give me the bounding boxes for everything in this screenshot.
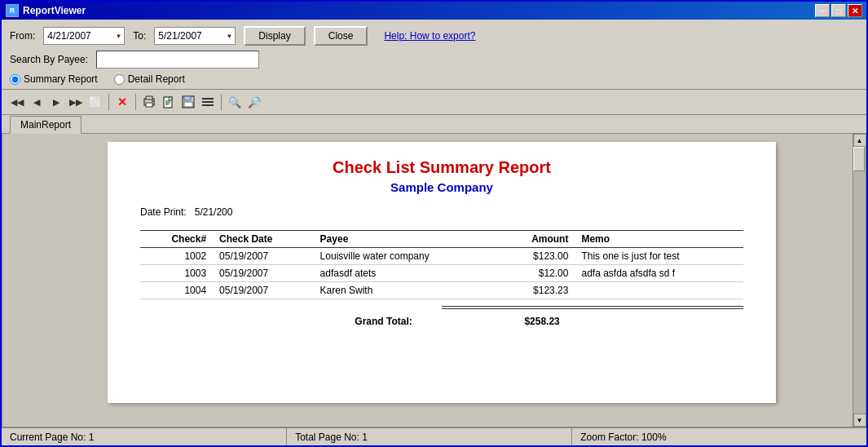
col-check-num: Check# bbox=[140, 231, 213, 248]
close-button[interactable]: Close bbox=[314, 26, 368, 46]
col-memo: Memo bbox=[575, 231, 743, 248]
export-button[interactable] bbox=[160, 93, 178, 111]
to-label: To: bbox=[133, 30, 146, 42]
scroll-track[interactable] bbox=[853, 147, 866, 414]
svg-rect-2 bbox=[146, 103, 152, 107]
first-page-button[interactable]: ◀◀ bbox=[8, 93, 26, 111]
nav-separator-3 bbox=[221, 94, 222, 110]
detail-radio-text: Detail Report bbox=[128, 73, 185, 85]
summary-radio-text: Summary Report bbox=[24, 73, 98, 85]
detail-radio[interactable] bbox=[114, 74, 125, 85]
search-row: Search By Payee: bbox=[10, 51, 858, 69]
page-content: Check List Summary Report Sample Company… bbox=[108, 142, 776, 403]
search-input[interactable] bbox=[96, 51, 259, 69]
options-icon bbox=[201, 95, 214, 108]
to-date-wrapper: 5/21/2007 bbox=[154, 27, 236, 45]
report-title: Check List Summary Report bbox=[140, 158, 743, 177]
main-window: R ReportViewer ─ □ ✕ From: 4/21/2007 To:… bbox=[0, 0, 868, 447]
cell-amount: $123.23 bbox=[499, 282, 575, 299]
search-button[interactable]: 🔎 bbox=[245, 93, 263, 111]
title-bar-left: R ReportViewer bbox=[6, 4, 86, 17]
grand-total-value: $258.23 bbox=[442, 316, 560, 327]
total-page-status: Total Page No: 1 bbox=[287, 428, 572, 445]
maximize-button[interactable]: □ bbox=[831, 4, 846, 17]
left-margin bbox=[2, 134, 31, 427]
cell-memo bbox=[575, 282, 743, 299]
double-line-top bbox=[140, 306, 743, 311]
zoom-button[interactable]: 🔍 bbox=[226, 93, 244, 111]
col-payee: Payee bbox=[314, 231, 500, 248]
display-button[interactable]: Display bbox=[244, 26, 305, 46]
cell-payee: Karen Swith bbox=[314, 282, 500, 299]
search-label: Search By Payee: bbox=[10, 54, 88, 65]
cell-payee: Louisville water company bbox=[314, 248, 500, 265]
from-label: From: bbox=[10, 30, 35, 42]
grand-total-label: Grand Total: bbox=[147, 316, 412, 327]
to-date-select[interactable]: 5/21/2007 bbox=[154, 27, 236, 45]
cell-check-num: 1004 bbox=[140, 282, 213, 299]
cell-check-date: 05/19/2007 bbox=[213, 265, 314, 282]
date-row: From: 4/21/2007 To: 5/21/2007 Display Cl… bbox=[10, 26, 858, 46]
table-row: 1003 05/19/2007 adfasdf atets $12.00 adf… bbox=[140, 265, 743, 282]
toolbar-area: From: 4/21/2007 To: 5/21/2007 Display Cl… bbox=[2, 20, 866, 90]
cell-check-date: 05/19/2007 bbox=[213, 282, 314, 299]
report-subtitle: Sample Company bbox=[140, 180, 743, 194]
svg-rect-11 bbox=[202, 98, 214, 100]
scroll-thumb bbox=[853, 147, 865, 171]
date-print-value: 5/21/200 bbox=[195, 206, 233, 218]
col-amount: Amount bbox=[499, 231, 575, 248]
tab-row: MainReport bbox=[2, 115, 866, 133]
scrollbar-right: ▲ ▼ bbox=[853, 134, 866, 427]
cell-amount: $123.00 bbox=[499, 248, 575, 265]
title-controls: ─ □ ✕ bbox=[815, 4, 862, 17]
content-area: MainReport Check List Summary Report Sam… bbox=[2, 115, 866, 427]
last-page-button[interactable]: ▶▶ bbox=[67, 93, 85, 111]
svg-rect-1 bbox=[146, 96, 152, 100]
table-row: 1004 05/19/2007 Karen Swith $123.23 bbox=[140, 282, 743, 299]
window-close-button[interactable]: ✕ bbox=[848, 4, 862, 17]
report-date: Date Print: 5/21/200 bbox=[140, 206, 743, 218]
from-date-select[interactable]: 4/21/2007 bbox=[43, 27, 125, 45]
from-date-wrapper: 4/21/2007 bbox=[43, 27, 125, 45]
next-page-button[interactable]: ▶ bbox=[47, 93, 65, 111]
scroll-down-button[interactable]: ▼ bbox=[853, 414, 866, 427]
cell-check-date: 05/19/2007 bbox=[213, 248, 314, 265]
save-button[interactable] bbox=[179, 93, 197, 111]
stop-button[interactable]: ⬜ bbox=[86, 93, 104, 111]
scroll-up-button[interactable]: ▲ bbox=[853, 134, 866, 147]
cell-payee: adfasdf atets bbox=[314, 265, 500, 282]
nav-separator-1 bbox=[108, 94, 109, 110]
delete-button[interactable]: ✕ bbox=[113, 93, 131, 111]
print-button[interactable] bbox=[140, 93, 158, 111]
svg-point-3 bbox=[152, 100, 153, 102]
svg-rect-10 bbox=[184, 102, 192, 107]
main-report-tab[interactable]: MainReport bbox=[10, 116, 82, 134]
cell-memo: This one is just for test bbox=[575, 248, 743, 265]
report-page[interactable]: Check List Summary Report Sample Company… bbox=[31, 134, 853, 427]
cell-memo: adfa asfda afsdfa sd f bbox=[575, 265, 743, 282]
detail-radio-label: Detail Report bbox=[114, 73, 185, 85]
report-table: Check# Check Date Payee Amount Memo 1002… bbox=[140, 230, 743, 299]
summary-radio[interactable] bbox=[10, 74, 20, 85]
cell-check-num: 1003 bbox=[140, 265, 213, 282]
title-bar: R ReportViewer ─ □ ✕ bbox=[2, 2, 866, 20]
grand-total-row: Grand Total: $258.23 bbox=[140, 312, 743, 330]
help-link[interactable]: Help: How to export? bbox=[384, 30, 475, 42]
svg-rect-13 bbox=[202, 104, 214, 106]
options-button[interactable] bbox=[199, 93, 217, 111]
cell-amount: $12.00 bbox=[499, 265, 575, 282]
nav-separator-2 bbox=[135, 94, 136, 110]
radio-row: Summary Report Detail Report bbox=[10, 73, 858, 85]
svg-rect-9 bbox=[184, 96, 191, 100]
prev-page-button[interactable]: ◀ bbox=[28, 93, 46, 111]
app-icon: R bbox=[6, 4, 19, 17]
report-container: Check List Summary Report Sample Company… bbox=[2, 133, 866, 427]
zoom-status: Zoom Factor: 100% bbox=[572, 428, 866, 445]
nav-toolbar: ◀◀ ◀ ▶ ▶▶ ⬜ ✕ bbox=[2, 90, 866, 115]
main-report-tab-label: MainReport bbox=[20, 119, 71, 131]
status-bar: Current Page No: 1 Total Page No: 1 Zoom… bbox=[2, 427, 866, 445]
window-title: ReportViewer bbox=[23, 5, 86, 16]
table-row: 1002 05/19/2007 Louisville water company… bbox=[140, 248, 743, 265]
date-print-label: Date Print: bbox=[140, 206, 187, 218]
minimize-button[interactable]: ─ bbox=[815, 4, 830, 17]
